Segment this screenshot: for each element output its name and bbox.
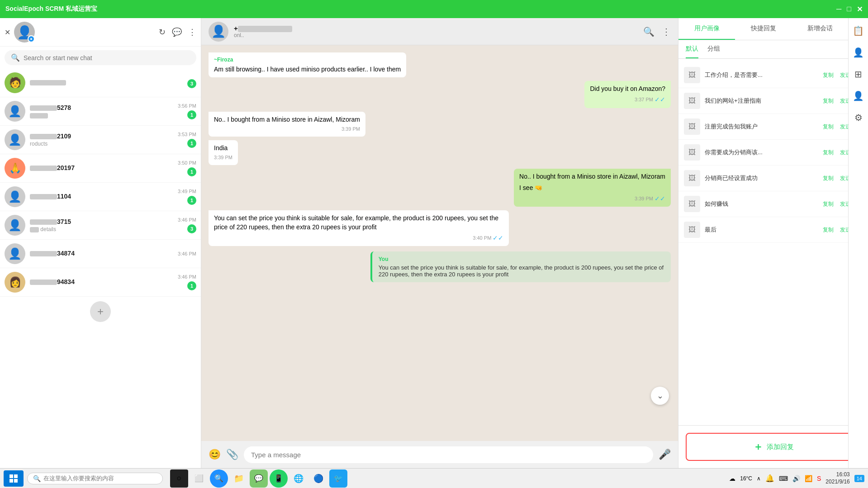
list-item[interactable]: 🧑 3 (0, 69, 201, 97)
message-bubble: ~Firoza Am still browsing.. I have used … (209, 52, 406, 77)
chat-header-icons: 🔍 ⋮ (643, 26, 671, 37)
copy-button[interactable]: 复制 (821, 96, 835, 106)
settings-icon[interactable]: ⚙ (854, 112, 863, 123)
taskbar-app-bird[interactable]: 🐦 (329, 469, 347, 488)
avatar: 👤 (5, 129, 25, 150)
tag-tab-group[interactable]: 分组 (707, 45, 720, 58)
scroll-down-button[interactable]: ⌄ (651, 387, 669, 405)
chat-list: 🧑 3 👤 5278 (0, 69, 201, 468)
user-icon[interactable]: 👤 (853, 90, 864, 101)
taskbar-app-folder[interactable]: 📁 (230, 469, 248, 488)
chat-badge: 1 (187, 110, 196, 119)
close-button[interactable]: ✕ (857, 5, 863, 14)
chat-preview: roducts (30, 141, 173, 147)
volume-icon[interactable]: 🔊 (792, 475, 800, 482)
network-icon[interactable]: 📶 (805, 475, 812, 482)
qr-text: 最后 (705, 226, 816, 234)
chat-info: 3715 details (30, 218, 173, 232)
taskbar-app-chrome[interactable]: 🔵 (309, 469, 327, 488)
template-icon[interactable]: 📋 (853, 25, 864, 36)
list-item[interactable]: 🙏 20197 3:50 PM 1 (0, 154, 201, 183)
taskbar-search-input[interactable] (43, 475, 157, 482)
taskbar-app-edge[interactable]: 🌐 (289, 469, 308, 488)
notification-count[interactable]: 14 (854, 475, 864, 482)
message-text: I see 🤜 (519, 184, 665, 193)
message-input[interactable] (244, 446, 653, 463)
tab-quick-reply[interactable]: 快捷回复 (735, 18, 792, 40)
window-controls[interactable]: ─ □ ✕ (836, 5, 863, 14)
list-item[interactable]: 👩 94834 3:46 PM 1 (0, 268, 201, 297)
chat-badge: 1 (187, 196, 196, 205)
quick-reply-item: 🖼 我们的网站+注册指南 复制 发送 ⋮ (678, 88, 868, 114)
chat-name: 20197 (30, 164, 173, 171)
quick-reply-item: 🖼 注册完成告知我账户 复制 发送 ⋮ (678, 114, 868, 140)
add-reply-button[interactable]: ＋ 添加回复 (686, 433, 861, 461)
start-button[interactable] (4, 470, 24, 487)
scrm-icon[interactable]: S (817, 475, 821, 482)
app-title: SocialEpoch SCRM 私域运营宝 (5, 5, 97, 13)
more-options-icon[interactable]: ⋮ (662, 26, 671, 37)
search-input[interactable] (24, 54, 190, 62)
keyboard-icon[interactable]: ⌨ (779, 475, 788, 482)
apps-icon[interactable]: ⊞ (854, 69, 862, 80)
taskbar-app-wechat[interactable]: 💬 (250, 469, 268, 488)
tag-tab-default[interactable]: 默认 (686, 45, 698, 58)
qr-image-icon: 🖼 (684, 93, 700, 109)
right-side-icons: 📋 👤 ⊞ 👤 ⚙ (848, 18, 868, 468)
chat-info: 2109 roducts (30, 133, 173, 147)
chat-meta: 3:50 PM 1 (178, 160, 196, 176)
contact-name: + (234, 24, 638, 32)
more-icon[interactable]: ⋮ (188, 27, 196, 37)
messages-area: ~Firoza Am still browsing.. I have used … (201, 45, 678, 441)
message-time: 3:39 PM ✓✓ (519, 194, 665, 204)
chat-preview (30, 112, 173, 118)
attach-icon[interactable]: 📎 (226, 449, 238, 460)
maximize-button[interactable]: □ (847, 5, 851, 14)
copy-button[interactable]: 复制 (821, 71, 835, 80)
search-chat-icon[interactable]: 🔍 (643, 26, 655, 37)
taskbar-apps: ○ ⬜ 🔍 📁 💬 📱 🌐 🔵 🐦 (170, 469, 347, 488)
copy-button[interactable]: 复制 (821, 148, 835, 157)
copy-button[interactable]: 复制 (821, 174, 835, 183)
copy-button[interactable]: 复制 (821, 122, 835, 132)
tab-new-chat[interactable]: 新增会话 (792, 18, 848, 40)
list-item[interactable]: 👤 5278 3:56 PM 1 (0, 97, 201, 126)
notification-icon[interactable]: 🔔 (765, 474, 774, 483)
tab-user-profile[interactable]: 用户画像 (678, 18, 735, 40)
qr-text: 我们的网站+注册指南 (705, 97, 816, 105)
list-item[interactable]: 👤 3715 details 3:46 PM 3 (0, 211, 201, 240)
chevron-up-icon[interactable]: ∧ (757, 475, 761, 482)
taskbar-app-circle[interactable]: ○ (170, 469, 188, 488)
taskbar-app-window[interactable]: ⬜ (190, 469, 208, 488)
avatar: 👤 (5, 101, 25, 122)
copy-button[interactable]: 复制 (821, 225, 835, 235)
list-item[interactable]: 👤 2109 roducts 3:53 PM 1 (0, 126, 201, 154)
add-chat-button[interactable]: + (90, 301, 111, 322)
refresh-icon[interactable]: ↻ (159, 27, 166, 37)
list-item[interactable]: 👤 34874 3:46 PM (0, 240, 201, 268)
qr-image-icon: 🖼 (684, 196, 700, 212)
taskbar-app-search2[interactable]: 🔍 (210, 469, 228, 488)
avatar[interactable]: 👤 ● (14, 22, 35, 43)
chat-icon[interactable]: 💬 (172, 27, 182, 37)
close-sidebar-icon[interactable]: ✕ (5, 28, 10, 37)
emoji-icon[interactable]: 😊 (209, 449, 221, 460)
message-bubble: India 3:39 PM (209, 140, 238, 165)
chat-time: 3:46 PM (178, 251, 196, 256)
chat-meta: 3 (187, 77, 196, 88)
chat-name: 2109 (30, 133, 173, 140)
tag-tabs: 默认 分组 👤 (678, 40, 868, 59)
avatar: 👩 (5, 272, 25, 293)
minimize-button[interactable]: ─ (836, 5, 841, 14)
copy-button[interactable]: 复制 (821, 199, 835, 209)
mic-icon[interactable]: 🎤 (659, 449, 671, 460)
chat-name: 5278 (30, 104, 173, 111)
taskbar-app-whatsapp[interactable]: 📱 (270, 469, 288, 488)
chat-time: 3:50 PM (178, 160, 196, 166)
message-bubble: You can set the price you think is suita… (209, 210, 509, 246)
read-ticks: ✓✓ (655, 194, 665, 204)
taskbar-system-icons: ☁ 16°C ∧ 🔔 ⌨ 🔊 📶 S 16:03 2021/9/16 14 (729, 471, 864, 485)
chat-header: 👤 + onl.. 🔍 ⋮ (201, 18, 678, 45)
contacts-icon[interactable]: 👤 (853, 47, 864, 58)
list-item[interactable]: 👤 1104 3:49 PM 1 (0, 183, 201, 211)
